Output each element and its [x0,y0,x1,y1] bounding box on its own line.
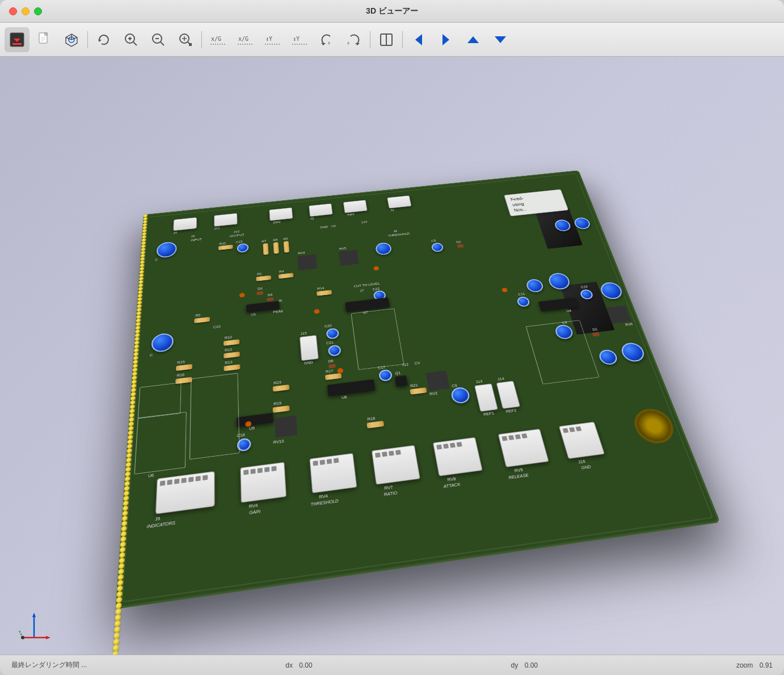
navigate-left-button[interactable] [406,27,431,52]
close-button[interactable] [9,7,17,15]
svg-marker-41 [32,613,36,617]
layer-toggle-button[interactable] [374,27,399,52]
zoom-fit-button[interactable] [173,27,198,52]
svg-line-13 [133,42,137,45]
cap-c9 [450,386,471,404]
label-rv4b: RV4 [319,493,328,499]
connector-rv8-attack [433,437,483,476]
resistor-r8 [273,242,279,254]
label-rv6: RV6 [625,322,633,326]
label-c5: C5 [431,239,436,243]
label-j5: J5 [191,235,195,238]
cap-c23 [237,243,249,252]
cap-left-mid1 [151,332,174,353]
resistor-r4 [279,273,294,279]
connector-sw2 [269,208,293,221]
connector-j11 [214,213,237,227]
cap-c11 [516,296,531,307]
ic-u8 [327,379,376,396]
flip-x1-button[interactable]: x/G [205,27,230,52]
load-button[interactable] [5,27,29,52]
diode-d4 [267,297,273,301]
label-j9: J9 [155,516,160,521]
resistor-r7 [263,243,268,255]
navigate-right-button[interactable] [433,27,458,52]
rotate-z1-button[interactable]: z [314,27,339,52]
label-rv5: RV5 [339,247,347,250]
svg-text:x/G: x/G [238,36,248,42]
label-c20: C20 [324,324,332,328]
label-r4: R4 [279,270,284,273]
label-c23: C23 [236,240,243,243]
svg-marker-30 [321,43,326,45]
minimize-button[interactable] [22,7,29,15]
3d-view-button[interactable] [59,27,84,52]
connector-j13 [474,383,498,412]
zoom-value: 0.91 [760,661,773,669]
label-r14: R14 [317,286,324,290]
label-j16: J16 [578,459,585,465]
label-12v: 12V [361,221,368,224]
label-attack: ATTACK [443,482,461,488]
indicator-orange-5 [245,421,251,427]
dx-value: 0.00 [299,661,312,669]
label-r7: R7 [262,239,266,243]
new-document-button[interactable] [32,27,57,52]
resistor-r5 [194,317,210,323]
label-d4: D4 [268,293,273,297]
diode-d6 [328,364,336,368]
pcb-scene: J4 J11 J5 INPUT J10 OUTPUT SW2 J3 SW1 [28,74,756,621]
silk-u6-area [134,412,187,475]
zoom-out-button[interactable] [146,27,171,52]
flip-x2-button[interactable]: x/G [233,27,258,52]
maximize-button[interactable] [34,7,42,15]
label-indicators: INDICATORS [147,521,176,529]
cap-c20 [326,328,340,340]
label-gnd-bot: GND [581,465,592,470]
navigate-up-button[interactable] [461,27,486,52]
svg-marker-37 [442,34,449,45]
silk-mid-right-u7 [351,309,404,370]
svg-marker-38 [467,36,479,43]
zoom-label: zoom [736,661,753,669]
label-j8: J8 [393,230,397,233]
connector-j4 [173,217,197,231]
label-r2: R2 [257,272,262,276]
resistor-r15 [176,364,192,371]
label-j14: J14 [497,377,504,381]
zoom-in-button[interactable] [119,27,144,52]
ic-u9 [237,413,273,427]
rotate-z2-button[interactable]: z [342,27,366,52]
pot-rv2 [425,370,450,391]
dy-display: dy 0.00 [511,661,538,669]
label-c15: C15 [213,325,221,329]
pot-rv3 [297,254,318,271]
label-r23: R23 [273,381,281,385]
connector-rv9-release [498,429,549,467]
dx-display: dx 0.00 [285,661,312,669]
label-gain: GAIN [249,509,260,514]
connector-j2 [387,195,411,208]
label-r9: R9 [283,237,288,241]
resistor-r14 [317,290,332,296]
label-c11: C11 [517,292,525,296]
cap-c1-left [157,241,177,258]
statusbar: 最終レンダリング時間 ... dx 0.00 dy 0.00 zoom 0.91 [0,655,784,675]
resistor-r2 [256,275,271,281]
cap-right-mid2 [525,279,545,293]
label-threshold-bot: THRESHOLD [310,499,339,507]
3d-view-area[interactable]: J4 J11 J5 INPUT J10 OUTPUT SW2 J3 SW1 [0,57,784,655]
label-input: INPUT [191,238,201,242]
refresh-button[interactable] [91,27,116,52]
cap-right-bot2 [597,349,619,365]
svg-rect-2 [12,43,22,45]
window-title: 3D ビューアー [366,6,418,16]
label-rv8: RV8 [447,476,456,482]
rendering-time-label: 最終レンダリング時間 ... [11,660,87,670]
connector-rv4-threshold [309,453,357,493]
titlebar: 3D ビューアー [0,0,784,23]
flip-y2-button[interactable]: ↕Y [287,27,312,52]
flip-y1-button[interactable]: ↕Y [260,27,285,52]
cap-c17 [378,369,393,382]
navigate-down-button[interactable] [488,27,513,52]
